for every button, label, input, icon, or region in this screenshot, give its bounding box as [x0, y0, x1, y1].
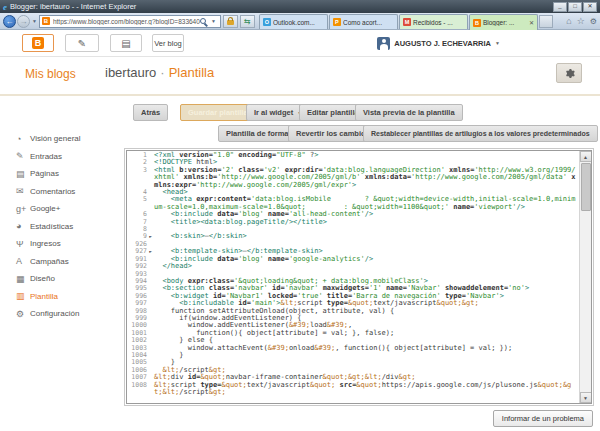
sidebar-item-entradas[interactable]: ✎Entradas: [16, 148, 122, 166]
search-icon[interactable]: [200, 18, 206, 24]
sidebar-item-google+[interactable]: g+Google+: [16, 200, 122, 218]
address-dropdown-icon[interactable]: ▼: [211, 18, 216, 24]
browser-tab[interactable]: BBlogger: ...✕: [469, 14, 538, 30]
sidebar-item-configuracion[interactable]: ⚙Configuración: [16, 305, 122, 323]
sidebar-nav: ◔Visión general✎Entradas▤Páginas✉Comenta…: [16, 130, 122, 323]
new-post-button[interactable]: ✎: [65, 34, 99, 52]
line-number: 3: [127, 167, 147, 189]
back-button[interactable]: ←: [3, 15, 16, 28]
code-lines[interactable]: 1<?xml version="1.0" encoding="UTF-8" ?>…: [127, 151, 579, 403]
back-action-button[interactable]: Atrás: [133, 104, 168, 121]
scroll-thumb[interactable]: [581, 163, 591, 211]
code-text: <meta expr:content='data:blog.isMobile ?…: [154, 196, 579, 211]
code-text: </head>: [154, 263, 579, 270]
code-text: <b:skin>—</b:skin>: [154, 233, 579, 240]
compatibility-view-button[interactable]: ⇆: [240, 15, 255, 28]
favorites-star-icon[interactable]: ☆: [577, 16, 585, 26]
user-dropdown-icon: ▼: [495, 40, 500, 46]
template-editor-panel: 1<?xml version="1.0" encoding="UTF-8" ?>…: [124, 148, 594, 406]
reset-widget-templates-button[interactable]: Restablecer plantillas de artilugios a l…: [363, 125, 598, 142]
scroll-up-icon[interactable]: ▲: [580, 151, 592, 162]
maximize-button[interactable]: □: [568, 2, 582, 12]
sidebar-item-label: Páginas: [30, 169, 59, 178]
fold-arrow-icon[interactable]: ►: [147, 233, 154, 240]
sidebar-item-vision-general[interactable]: ◔Visión general: [16, 130, 122, 148]
view-posts-button[interactable]: ▤: [110, 34, 142, 52]
sidebar-item-label: Comentarios: [30, 187, 75, 196]
view-blog-button[interactable]: Ver blog: [152, 34, 184, 52]
fold-gutter: [147, 300, 154, 307]
blogger-toolbar: B ✎ ▤ Ver blog AUGUSTO J. ECHEVARRIA ▼: [0, 30, 600, 57]
forward-button[interactable]: →: [17, 15, 30, 28]
address-bar[interactable]: B https://www.blogger.com/blogger.g?blog…: [39, 15, 221, 28]
fold-gutter: [147, 219, 154, 226]
fold-gutter: [147, 271, 154, 278]
sidebar-item-estadisticas[interactable]: ◕Estadísticas: [16, 218, 122, 236]
title-separator: ·: [160, 65, 164, 80]
close-button[interactable]: ✕: [583, 2, 597, 12]
fold-gutter: [147, 322, 154, 329]
sidebar-item-campanas[interactable]: ACampañas: [16, 253, 122, 271]
blogger-logo-icon: B: [32, 37, 44, 49]
sidebar-item-comentarios[interactable]: ✉Comentarios: [16, 183, 122, 201]
user-menu[interactable]: AUGUSTO J. ECHEVARRIA ▼: [377, 37, 500, 50]
tab-label: Como acort...: [343, 19, 394, 26]
browser-tab[interactable]: OOutlook.com...: [259, 14, 328, 29]
fold-gutter: [147, 159, 154, 166]
preview-template-button[interactable]: Vista previa de la plantilla: [355, 104, 463, 121]
browser-tab[interactable]: PComo acort...: [329, 14, 398, 29]
code-line: 5 <meta expr:content='data:blog.isMobile…: [127, 196, 579, 211]
editor-scrollbar[interactable]: ▲ ▼: [579, 151, 591, 403]
sidebar-item-paginas[interactable]: ▤Páginas: [16, 165, 122, 183]
security-lock-button[interactable]: [223, 15, 238, 28]
minimize-button[interactable]: _: [553, 2, 567, 12]
fold-gutter: [147, 337, 154, 344]
browser-tab[interactable]: MRecibidos - ...: [399, 14, 468, 29]
fold-gutter: [147, 152, 154, 159]
sidebar-item-diseno[interactable]: ▦Diseño: [16, 270, 122, 288]
tab-close-icon[interactable]: ✕: [529, 19, 534, 26]
report-problem-button[interactable]: Informar de un problema: [493, 410, 593, 427]
url-text[interactable]: https://www.blogger.com/blogger.g?blogID…: [53, 18, 200, 25]
current-section-label: Plantilla: [169, 65, 215, 80]
tab-strip: OOutlook.com...PComo acort...MRecibidos …: [259, 14, 539, 29]
fold-gutter: [147, 263, 154, 270]
page-title: ibertauro·Plantilla: [105, 65, 214, 80]
comments-icon: ✉: [16, 186, 30, 196]
campaigns-icon: A: [16, 256, 30, 266]
blog-name: ibertauro: [105, 65, 156, 80]
code-line: 1003 window.attachEvent(&#39;onload&#39;…: [127, 345, 579, 352]
mis-blogs-link[interactable]: Mis blogs: [25, 67, 76, 81]
tab-favicon: O: [263, 18, 271, 26]
sidebar-item-ingresos[interactable]: ΨIngresos: [16, 235, 122, 253]
home-icon[interactable]: ⌂: [566, 16, 571, 26]
browser-nav-bar: ← → ▼ B https://www.blogger.com/blogger.…: [0, 13, 600, 30]
user-name: AUGUSTO J. ECHEVARRIA: [394, 39, 491, 48]
fold-gutter: [147, 196, 154, 211]
save-template-button[interactable]: Guardar plantilla: [180, 104, 256, 121]
sidebar-item-label: Entradas: [30, 152, 62, 161]
scroll-down-icon[interactable]: ▼: [580, 392, 592, 403]
code-line: 1008&lt;script type=&quot;text/javascrip…: [127, 382, 579, 397]
code-editor[interactable]: 1<?xml version="1.0" encoding="UTF-8" ?>…: [126, 150, 592, 404]
fold-arrow-icon[interactable]: ►: [147, 248, 154, 255]
avatar: [377, 37, 390, 50]
padlock-icon: [227, 20, 234, 25]
tools-gear-icon[interactable]: ⚙: [590, 17, 597, 26]
history-dropdown-icon[interactable]: ▼: [32, 18, 37, 24]
fold-gutter: [147, 359, 154, 366]
sidebar-item-plantilla[interactable]: ▥Plantilla: [16, 288, 122, 306]
settings-icon: ⚙: [16, 309, 30, 319]
code-text: }: [154, 352, 579, 359]
new-tab-button[interactable]: [539, 15, 553, 28]
posts-icon: ✎: [16, 151, 30, 161]
fold-gutter: [147, 285, 154, 292]
settings-gear-button[interactable]: [556, 63, 582, 83]
pencil-icon: ✎: [78, 38, 86, 49]
code-text: <b:include data='blog' name='google-anal…: [154, 256, 579, 263]
window-title: Blogger: ibertauro - - Internet Explorer: [10, 2, 136, 11]
page-header: Mis blogs ibertauro·Plantilla: [0, 57, 600, 96]
window-titlebar: e Blogger: ibertauro - - Internet Explor…: [0, 0, 600, 13]
blogger-favicon: B: [42, 17, 50, 25]
blogger-home-button[interactable]: B: [22, 34, 54, 52]
